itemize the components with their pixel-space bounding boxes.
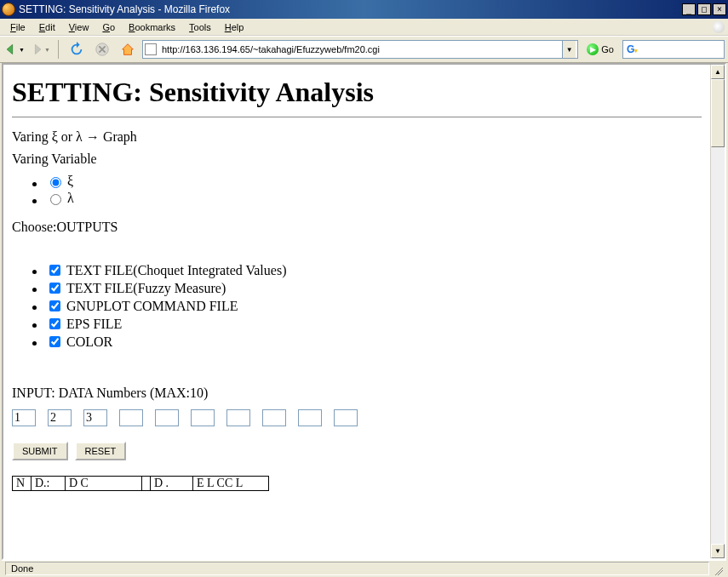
url-bar[interactable]: ▼ xyxy=(142,40,578,59)
num-input-10[interactable] xyxy=(334,409,358,426)
check-gnuplot-label: GNUPLOT COMMAND FILE xyxy=(66,299,238,314)
minimize-button[interactable]: _ xyxy=(682,3,696,15)
submit-button[interactable]: SUBMIT xyxy=(12,442,68,460)
num-input-1[interactable] xyxy=(12,409,36,426)
stop-icon xyxy=(95,42,110,57)
menubar: File Edit View Go Bookmarks Tools Help xyxy=(0,19,728,36)
vertical-scrollbar[interactable]: ▲ ▼ xyxy=(710,65,725,558)
reset-button[interactable]: RESET xyxy=(75,442,127,460)
home-icon xyxy=(120,42,135,57)
result-table-partial: N D.: D C D . E L CC L xyxy=(12,476,702,491)
url-dropdown-button[interactable]: ▼ xyxy=(562,41,576,58)
num-input-5[interactable] xyxy=(155,409,179,426)
statusbar: Done xyxy=(2,560,726,575)
scroll-thumb[interactable] xyxy=(711,79,725,147)
divider xyxy=(12,117,702,117)
home-button[interactable] xyxy=(117,38,139,60)
num-input-9[interactable] xyxy=(298,409,322,426)
reload-icon xyxy=(69,42,84,57)
scroll-up-button[interactable]: ▲ xyxy=(711,65,725,79)
stop-button[interactable] xyxy=(91,38,113,60)
window-buttons: _ □ × xyxy=(680,3,726,15)
go-button[interactable]: ▶ Go xyxy=(582,42,619,57)
menu-bookmarks[interactable]: Bookmarks xyxy=(122,20,182,34)
page-content: SETTING: Sensitivity Analysis Varing ξ o… xyxy=(3,65,710,558)
window-titlebar: SETTING: Sensitivity Analysis - Mozilla … xyxy=(0,0,728,19)
back-arrow-icon xyxy=(4,42,18,57)
table-cell: E L CC L xyxy=(192,476,269,491)
table-cell xyxy=(141,476,150,491)
table-cell: D.: xyxy=(31,476,65,491)
check-fuzzy-label: TEXT FILE(Fuzzy Measure) xyxy=(66,281,226,296)
check-eps-label: EPS FILE xyxy=(66,317,122,332)
go-icon: ▶ xyxy=(587,43,599,55)
window-title: SETTING: Sensitivity Analysis - Mozilla … xyxy=(19,3,680,15)
forward-button[interactable]: ▼ xyxy=(29,38,51,60)
search-box[interactable]: G▾ xyxy=(622,40,725,59)
firefox-icon xyxy=(2,3,15,16)
toolbar-separator xyxy=(58,40,59,59)
forward-arrow-icon xyxy=(30,42,43,57)
check-color[interactable] xyxy=(49,336,60,347)
table-cell: N xyxy=(12,476,31,491)
num-input-4[interactable] xyxy=(119,409,143,426)
check-color-label: COLOR xyxy=(66,334,112,350)
status-text: Done xyxy=(5,562,709,575)
check-gnuplot[interactable] xyxy=(49,300,60,311)
table-cell: D . xyxy=(150,476,192,491)
check-choquet[interactable] xyxy=(49,265,60,276)
menu-view[interactable]: View xyxy=(62,20,96,34)
form-buttons: SUBMIT RESET xyxy=(12,442,702,460)
menu-help[interactable]: Help xyxy=(218,20,251,34)
radio-lambda[interactable] xyxy=(50,194,61,205)
forward-dropdown-icon: ▼ xyxy=(44,47,50,53)
back-dropdown-icon: ▼ xyxy=(19,47,25,53)
num-input-2[interactable] xyxy=(48,409,72,426)
intro-text: Varing ξ or λ → Graph xyxy=(12,129,702,145)
page-heading: SETTING: Sensitivity Analysis xyxy=(12,77,702,108)
input-numbers-label: INPUT: DATA Numbers (MAX:10) xyxy=(12,386,702,401)
table-cell: D C xyxy=(65,476,141,491)
num-input-6[interactable] xyxy=(191,409,215,426)
outputs-list: TEXT FILE(Choquet Integrated Values) TEX… xyxy=(12,262,702,350)
num-input-3[interactable] xyxy=(83,409,107,426)
resize-grip-icon[interactable] xyxy=(709,562,723,575)
menu-file[interactable]: File xyxy=(3,20,32,34)
num-input-8[interactable] xyxy=(262,409,286,426)
menu-tools[interactable]: Tools xyxy=(182,20,218,34)
google-icon: G▾ xyxy=(627,43,638,55)
number-inputs-row xyxy=(12,409,702,426)
varying-variable-list: ξ λ xyxy=(12,174,702,206)
go-label: Go xyxy=(601,44,614,54)
menu-go[interactable]: Go xyxy=(95,20,122,34)
varying-variable-label: Varing Variable xyxy=(12,151,702,167)
check-choquet-label: TEXT FILE(Choquet Integrated Values) xyxy=(66,263,286,278)
scroll-track[interactable] xyxy=(711,147,725,544)
url-input[interactable] xyxy=(160,43,562,55)
scroll-down-button[interactable]: ▼ xyxy=(711,544,725,558)
navigation-toolbar: ▼ ▼ ▼ ▶ Go G▾ xyxy=(0,36,728,63)
menu-edit[interactable]: Edit xyxy=(32,20,62,34)
choose-outputs-label: Choose:OUTPUTS xyxy=(12,220,702,235)
check-eps[interactable] xyxy=(49,318,60,329)
close-button[interactable]: × xyxy=(713,3,726,15)
radio-lambda-label: λ xyxy=(67,191,74,206)
maximize-button[interactable]: □ xyxy=(697,3,711,15)
page-favicon-icon xyxy=(145,43,157,55)
num-input-7[interactable] xyxy=(226,409,250,426)
content-viewport: SETTING: Sensitivity Analysis Varing ξ o… xyxy=(2,63,726,560)
back-button[interactable]: ▼ xyxy=(3,38,26,60)
radio-xi-label: ξ xyxy=(67,174,73,189)
throbber-icon xyxy=(713,21,725,33)
radio-xi[interactable] xyxy=(50,177,61,188)
check-fuzzy[interactable] xyxy=(49,283,60,294)
reload-button[interactable] xyxy=(66,38,88,60)
